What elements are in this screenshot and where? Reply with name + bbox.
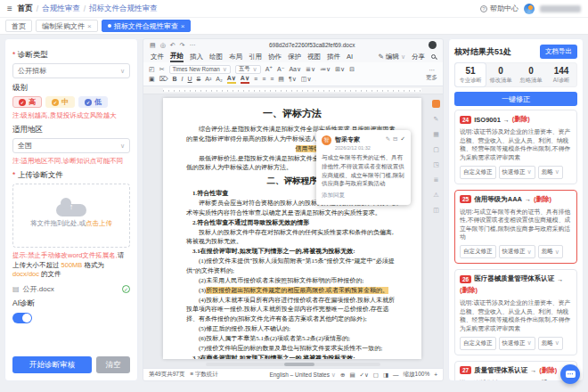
share-button[interactable]: 分享 [412,53,425,61]
delete-comment-icon[interactable]: ⊟ [393,135,397,143]
page-view-icon[interactable]: ▢ [373,372,379,379]
stat-modified-list[interactable]: 0 修改清单 [486,63,516,86]
font-size-select[interactable]: 五号 ∨ [235,65,261,74]
horizontal-scrollbar[interactable] [206,363,380,366]
clear-format-icon[interactable]: ⌦ [159,76,168,83]
result-card-27[interactable]: 27 质量管理体系认证 → (删除) 说明:诊断分析:ISO9001是国际通用的… [454,361,577,380]
ai-assistant-icon[interactable] [432,100,440,108]
quick-fix-button[interactable]: 快速修正∨ [499,337,535,350]
level-high-badge[interactable]: ✓ 高 [12,96,42,108]
save-icon[interactable]: ▤ [150,42,156,49]
image-tool-icon[interactable]: ▢ [433,146,439,153]
underline-icon[interactable]: U [188,76,192,82]
more-icon[interactable]: ⋯ [189,42,195,49]
menu-view[interactable]: 视图 [307,53,321,61]
undo-icon[interactable]: ↶ [170,42,176,49]
stat-professional-diagnosis[interactable]: 51 专业诊断 [455,63,486,86]
diagnosis-type-select[interactable]: 公开招标 ∨ [12,63,130,78]
resolve-comment-icon[interactable]: ✓ [401,135,405,143]
font-color-icon[interactable]: A∨ [241,75,249,84]
custom-fix-button[interactable]: 自定义修正 [460,337,496,350]
indent-icon[interactable]: ⊞∨ [335,66,345,73]
paragraph-icon[interactable]: ¶∨ [289,76,297,83]
highlight-color-icon[interactable]: A∨ [227,75,236,84]
custom-fix-button[interactable]: 自定义修正 [460,166,496,179]
align-center-icon[interactable]: ≡ [262,76,265,82]
align-right-icon[interactable]: ≡ [270,76,274,82]
paste-icon[interactable]: ◰ [149,66,155,73]
spellcheck-icon[interactable]: ✓∨ [360,372,369,379]
print-tool-icon[interactable]: ◫ [433,207,439,214]
ignore-button[interactable]: 忽略∨ [538,245,563,258]
quick-fix-button[interactable]: 快速修正∨ [499,245,535,258]
highlighted-text[interactable]: 所投报价超出招标文件规定的相应最高限价,或者采购预算金额的。 [206,287,388,294]
format-painter-icon[interactable]: ▣ [149,76,155,83]
shrink-font-icon[interactable]: A⁻ [277,66,284,73]
ai-toggle[interactable] [12,313,32,323]
clear-button[interactable]: 清空 [96,356,130,373]
menu-plugins[interactable]: 插件 [327,53,340,61]
menu-home[interactable]: 开始 [170,52,184,62]
warning-tool-icon[interactable]: ⚠ [433,192,438,199]
menu-collaborate[interactable]: 协作 [268,53,282,61]
menu-protect[interactable]: 保护 [288,53,301,61]
bold-icon[interactable]: B [173,76,177,82]
breadcrumb-home[interactable]: 首页 [18,4,33,14]
menu-ai[interactable]: AI [347,53,353,61]
ignore-button[interactable]: 忽略∨ [538,166,563,179]
one-click-fix-button[interactable]: 一键修正 [454,92,577,106]
hamburger-menu-icon[interactable]: ≡ [7,4,12,13]
results-card-list[interactable]: 24 ISO9001 → (删除) 说明:该证书涉及对企业的注册资本、资产总额、… [449,110,583,380]
web-view-icon[interactable]: ◨ [383,372,388,379]
grow-font-icon[interactable]: A⁺ [265,66,273,73]
outdent-icon[interactable]: ⊟ [349,66,355,73]
close-icon[interactable]: × [87,22,92,30]
strikethrough-icon[interactable]: S [197,76,201,82]
outline-tool-icon[interactable]: ≣ [434,176,439,184]
menu-layout[interactable]: 布局 [229,53,242,61]
breadcrumb-compliance[interactable]: 合规性审查 [42,4,80,14]
tab-compliance-review[interactable]: 招标文件合规性审查 × [102,20,192,32]
redo-icon[interactable]: ↷ [180,42,185,49]
result-card-26[interactable]: 26 医疗器械质量管理体系认证 → (删除) 说明:该证书涉及对企业的注册资本、… [454,269,577,355]
sync-icon[interactable]: ◎ [160,42,166,49]
tab-procurement-doc[interactable]: 编制采购文件 × [36,20,98,32]
bullet-list-icon[interactable]: ≣∨ [306,66,315,73]
level-mid-badge[interactable]: ✓ 中 [45,96,75,108]
zoom-level[interactable]: 缩放100% [404,371,430,379]
upload-dropzone[interactable]: 将文件拖到此处,或点击上传 [12,184,130,248]
table-tool-icon[interactable]: ▦ [433,131,439,138]
edit-mode-button[interactable]: ✎ 编辑 ∨ [378,53,405,61]
shape-tool-icon[interactable]: ◳ [433,161,439,168]
word-count-button[interactable]: ≡ 字数统计 [190,371,218,379]
zoom-out-icon[interactable]: — [393,372,399,378]
result-card-25-selected[interactable]: 25 信用等级为AAA → (删除) 说明:与成立年限等有关的证书、具有排他性,… [454,190,577,265]
cut-icon[interactable]: ✂ [159,66,165,73]
custom-fix-button[interactable]: 自定义修正 [460,245,496,258]
align-left-icon[interactable]: ≡ [254,76,257,82]
start-diagnosis-button[interactable]: 开始诊断审核 [12,356,92,373]
comment-popup[interactable]: 智 智采专家 2026/2/12 01:32 ✎ ⊟ ✓ 与成立年限等有关的证书… [316,130,411,205]
ignore-button[interactable]: 忽略∨ [538,337,563,350]
result-card-24[interactable]: 24 ISO9001 → (删除) 说明:该证书涉及对企业的注册资本、资产总额、… [454,110,577,184]
chat-support-button[interactable]: ⋯ [560,364,580,384]
font-family-select[interactable]: Times New Roman ∨ [169,65,231,74]
comment-tool-icon[interactable]: ✎ [434,116,439,123]
region-select[interactable]: 全国 ∨ [12,138,130,153]
superscript-icon[interactable]: A² [205,76,211,82]
stat-ai-diagnosis[interactable]: 144 AI诊断 [546,63,576,86]
edit-comment-icon[interactable]: ✎ [386,135,390,143]
add-reply-link[interactable]: 添加回复 [322,192,405,200]
justify-icon[interactable]: ▤ [278,76,284,83]
menu-references[interactable]: 引用 [249,53,262,61]
close-icon[interactable]: × [181,22,185,30]
uploaded-file-item[interactable]: ▤ 公开.docx ✓ [12,284,130,294]
language-select[interactable]: English – United States ∨ [269,372,336,379]
more-tools-button[interactable]: ⋯ 更多 [422,64,437,84]
upload-link[interactable]: 点击上传 [86,219,112,227]
italic-icon[interactable]: I [182,76,184,82]
numbered-list-icon[interactable]: ≔∨ [320,66,331,73]
tab-home[interactable]: 首页 [5,20,32,32]
menu-draw[interactable]: 绘图 [209,53,223,61]
quick-fix-button[interactable]: 快速修正∨ [499,166,535,179]
